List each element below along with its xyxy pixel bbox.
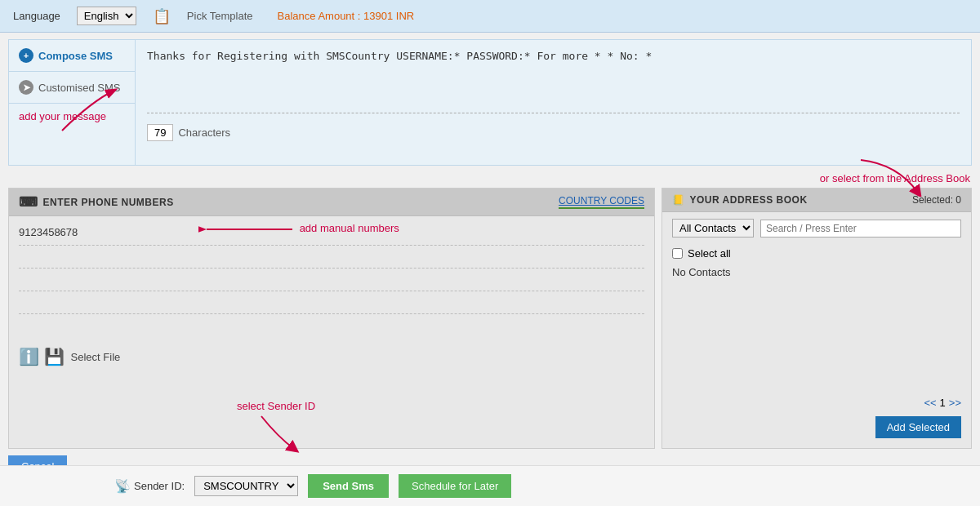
sender-id-wrapper: 📡 Sender ID:	[114, 478, 185, 494]
country-codes-link[interactable]: COUNTRY CODES	[559, 195, 644, 209]
phone-line-wrapper: 9123458678 add manual numbers	[19, 223, 644, 246]
template-icon: 📋	[153, 7, 171, 25]
contacts-filter: All Contacts	[662, 212, 971, 244]
language-select[interactable]: English	[77, 7, 136, 25]
phone-number-2[interactable]	[19, 246, 644, 269]
compose-right-area: Thanks for Registering with SMSCountry U…	[136, 40, 971, 165]
phone-number-4[interactable]	[19, 291, 644, 314]
address-book-header: 📒 YOUR ADDRESS BOOK Selected: 0	[662, 189, 971, 212]
add-selected-button[interactable]: Add Selected	[875, 416, 961, 438]
pick-template-button[interactable]: Pick Template	[187, 10, 253, 22]
main-content: ⌨ ENTER PHONE NUMBERS COUNTRY CODES 9123…	[8, 188, 972, 449]
bottom-bar: 📡 Sender ID: SMSCOUNTRY Send Sms Schedul…	[0, 465, 980, 506]
send-sms-button[interactable]: Send Sms	[308, 474, 389, 498]
add-numbers-annotation: add manual numbers	[198, 213, 399, 246]
select-file-area: ℹ️ 💾 Select File	[9, 337, 654, 376]
select-file-label[interactable]: Select File	[71, 351, 121, 363]
phone-header-title: ⌨ ENTER PHONE NUMBERS	[19, 194, 174, 210]
address-book-annotation: or select from the Address Book	[0, 172, 980, 184]
sender-id-annotation: select Sender ID	[237, 400, 315, 453]
select-all-row: Select all	[662, 244, 971, 263]
sender-id-label-text: Sender ID:	[134, 480, 185, 492]
search-input[interactable]	[760, 220, 961, 237]
phone-number-3[interactable]	[19, 269, 644, 291]
address-book-title: 📒 YOUR ADDRESS BOOK	[672, 194, 808, 206]
keyboard-icon: ⌨	[19, 194, 38, 210]
sender-id-select[interactable]: SMSCOUNTRY	[194, 476, 298, 496]
tab-compose-sms[interactable]: + Compose SMS	[9, 40, 135, 72]
compose-sms-icon: +	[19, 48, 33, 63]
arrow-numbers-svg	[198, 213, 296, 246]
arrow-addr-svg	[857, 156, 922, 197]
phone-section-header: ⌨ ENTER PHONE NUMBERS COUNTRY CODES	[9, 189, 654, 216]
compose-section: + Compose SMS ➤ Customised SMS add your …	[8, 39, 972, 166]
phone-title-text: ENTER PHONE NUMBERS	[43, 197, 174, 208]
current-page: 1	[940, 397, 946, 409]
schedule-button[interactable]: Schedule for Later	[399, 474, 511, 498]
customised-sms-icon: ➤	[19, 80, 33, 95]
language-label: Language	[13, 10, 60, 22]
arrow-annotation-svg	[58, 86, 123, 135]
select-all-label: Select all	[688, 247, 731, 260]
address-book-title-text: YOUR ADDRESS BOOK	[690, 194, 808, 206]
char-count-label: Characters	[178, 126, 230, 139]
next-page-button[interactable]: >>	[949, 397, 961, 409]
compose-tabs: + Compose SMS ➤ Customised SMS add your …	[9, 40, 136, 165]
contacts-dropdown[interactable]: All Contacts	[672, 219, 754, 237]
phone-input-area: 9123458678 add manual numbers	[9, 216, 654, 321]
sms-message-input[interactable]: Thanks for Registering with SMSCountry U…	[147, 48, 960, 113]
file-icon: ℹ️ 💾	[19, 347, 65, 366]
select-all-checkbox[interactable]	[672, 248, 683, 259]
sender-icon: 📡	[114, 478, 131, 494]
char-count-area: 79 Characters	[147, 124, 960, 141]
add-numbers-text: add manual numbers	[300, 222, 399, 234]
address-book-icon: 📒	[672, 194, 685, 206]
compose-sms-label: Compose SMS	[38, 50, 113, 62]
prev-page-button[interactable]: <<	[924, 397, 936, 409]
sender-id-annotation-text: select Sender ID	[237, 400, 315, 412]
arrow-sender-svg	[253, 412, 302, 453]
no-contacts-label: No Contacts	[662, 263, 971, 282]
char-count-number: 79	[147, 124, 173, 141]
phone-section: ⌨ ENTER PHONE NUMBERS COUNTRY CODES 9123…	[8, 188, 655, 449]
top-bar: Language English 📋 Pick Template Balance…	[0, 0, 980, 33]
balance-amount: Balance Amount : 13901 INR	[278, 10, 415, 22]
address-book-section: 📒 YOUR ADDRESS BOOK Selected: 0	[662, 188, 972, 449]
pagination: << 1 >>	[924, 397, 961, 409]
